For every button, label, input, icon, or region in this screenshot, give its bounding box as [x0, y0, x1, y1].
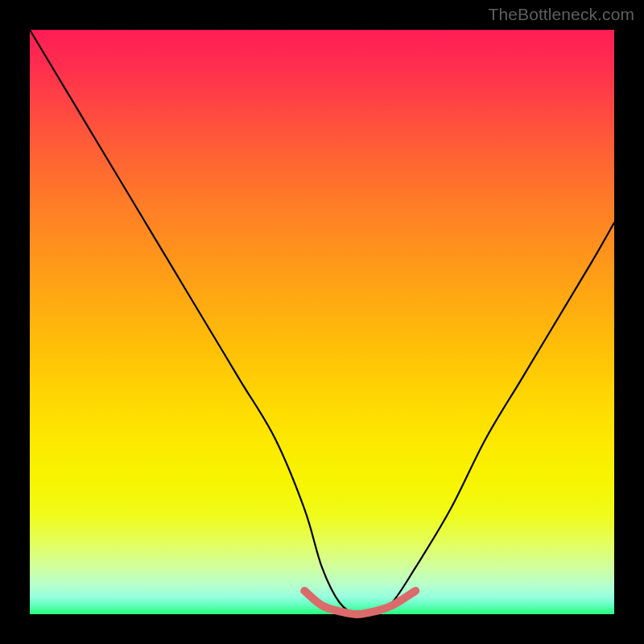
- watermark-text: TheBottleneck.com: [489, 5, 634, 24]
- bottleneck-curve: [30, 30, 614, 616]
- chart-svg: [30, 30, 614, 614]
- plot-area: [30, 30, 614, 614]
- chart-frame: TheBottleneck.com: [0, 0, 644, 644]
